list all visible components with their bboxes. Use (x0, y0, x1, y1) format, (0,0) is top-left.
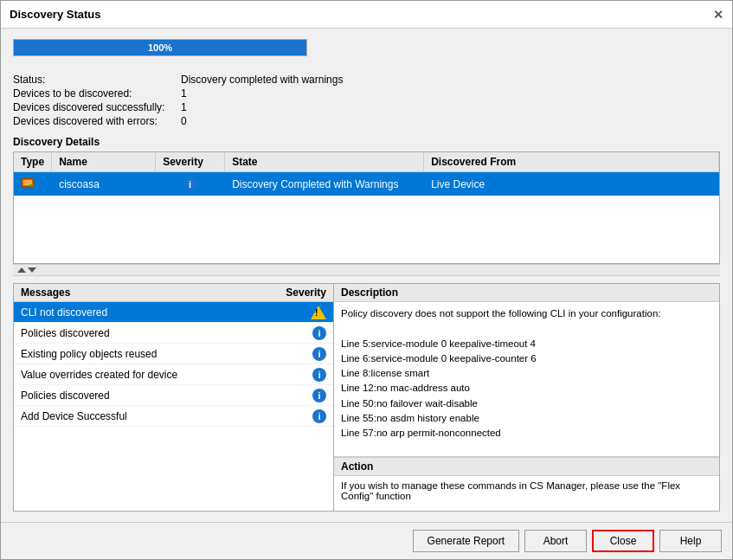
row-discovered-from: Live Device (424, 172, 719, 196)
discovery-table-body: ciscoasa i Discovery Completed with Warn… (14, 172, 719, 196)
messages-header: Messages Severity (14, 284, 333, 302)
info-icon: i (312, 409, 326, 423)
lower-section: Messages Severity CLI not discovered Pol… (13, 283, 720, 512)
info-icon: i (312, 388, 326, 402)
message-text: Policies discovered (21, 389, 307, 402)
row-severity: i (156, 172, 225, 196)
desc-line-6: Line 55:no asdm history enable (341, 413, 479, 423)
discovery-table-container: Type Name Severity State Discovered From (13, 151, 720, 264)
desc-line-5: Line 50:no failover wait-disable (341, 398, 478, 409)
progress-bar-container: 100% (13, 39, 307, 56)
discovered-ok-label: Devices discovered successfully: (13, 101, 177, 113)
desc-line-3: Line 8:license smart (341, 368, 429, 378)
message-text: Existing policy objects reused (21, 348, 307, 360)
progress-section: 100% (13, 39, 720, 65)
discovered-err-value: 0 (181, 115, 720, 127)
col-header-state: State (225, 152, 424, 172)
title-bar: Discovery Status ✕ (1, 1, 732, 29)
desc-line-4: Line 12:no mac-address auto (341, 383, 470, 393)
close-button[interactable]: Close (592, 530, 654, 552)
discovery-status-dialog: Discovery Status ✕ 100% Status: Discover… (0, 0, 733, 560)
desc-section: Description Policy discovery does not su… (334, 284, 719, 457)
desc-line-2: Line 6:service-module 0 keepalive-counte… (341, 353, 537, 364)
device-icon (21, 176, 35, 190)
generate-report-button[interactable]: Generate Report (413, 530, 519, 552)
row-state: Discovery Completed with Warnings (225, 172, 424, 196)
progress-label: 100% (14, 40, 306, 55)
description-panel: Description Policy discovery does not su… (334, 284, 719, 511)
messages-header-label: Messages (21, 286, 70, 299)
discovery-details-title: Discovery Details (13, 136, 720, 148)
action-section: Action If you wish to manage these comma… (334, 457, 719, 511)
col-header-name: Name (52, 152, 156, 172)
table-header-row: Type Name Severity State Discovered From (14, 152, 719, 172)
to-discover-label: Devices to be discovered: (13, 87, 177, 100)
desc-line-1: Line 5:service-module 0 keepalive-timeou… (341, 338, 536, 349)
arrow-down-icon (28, 267, 36, 273)
to-discover-value: 1 (181, 87, 720, 100)
messages-panel: Messages Severity CLI not discovered Pol… (14, 284, 334, 511)
discovery-table: Type Name Severity State Discovered From (14, 152, 719, 196)
list-item[interactable]: CLI not discovered (14, 302, 333, 323)
desc-intro: Policy discovery does not support the fo… (341, 308, 660, 319)
arrow-up-icon (17, 267, 26, 273)
row-type (14, 172, 52, 196)
list-item[interactable]: Policies discovered i (14, 385, 333, 406)
info-icon: i (312, 325, 326, 340)
severity-header-label: Severity (286, 286, 326, 299)
help-button[interactable]: Help (659, 530, 722, 552)
info-icon: i (312, 367, 326, 382)
message-text: CLI not discovered (21, 306, 305, 319)
status-value: Discovery completed with warnings (181, 74, 720, 86)
action-header: Action (334, 457, 719, 476)
message-text: Add Device Successful (21, 410, 307, 422)
message-text: Value overrides created for device (21, 369, 307, 381)
table-row[interactable]: ciscoasa i Discovery Completed with Warn… (14, 172, 719, 196)
list-item[interactable]: Add Device Successful i (14, 406, 333, 427)
desc-content: Policy discovery does not support the fo… (334, 302, 719, 457)
message-text: Policies discovered (21, 327, 307, 339)
col-header-severity: Severity (156, 152, 225, 172)
abort-button[interactable]: Abort (524, 530, 587, 552)
status-grid: Status: Discovery completed with warning… (13, 74, 720, 127)
row-name: ciscoasa (52, 172, 156, 196)
status-label: Status: (13, 74, 177, 86)
list-item[interactable]: Policies discovered i (14, 323, 333, 344)
list-item[interactable]: Existing policy objects reused i (14, 344, 333, 364)
col-header-from: Discovered From (424, 152, 719, 172)
list-item[interactable]: Value overrides created for device i (14, 364, 333, 385)
messages-list[interactable]: CLI not discovered Policies discovered i… (14, 302, 333, 511)
action-content: If you wish to manage these commands in … (334, 476, 719, 511)
main-content: 100% Status: Discovery completed with wa… (1, 29, 732, 522)
svg-point-2 (30, 184, 33, 187)
col-header-type: Type (14, 152, 52, 172)
title-bar-close-button[interactable]: ✕ (713, 8, 723, 22)
desc-header: Description (334, 284, 719, 302)
desc-line-7: Line 57:no arp permit-nonconnected (341, 428, 501, 438)
dialog-title: Discovery Status (10, 8, 101, 21)
footer: Generate Report Abort Close Help (1, 522, 732, 559)
discovered-err-label: Devices discovered with errors: (13, 115, 177, 127)
warning-icon (311, 305, 326, 319)
resize-handle[interactable] (13, 264, 720, 276)
discovered-ok-value: 1 (181, 101, 720, 113)
info-icon: i (183, 177, 197, 191)
info-icon: i (312, 346, 326, 361)
